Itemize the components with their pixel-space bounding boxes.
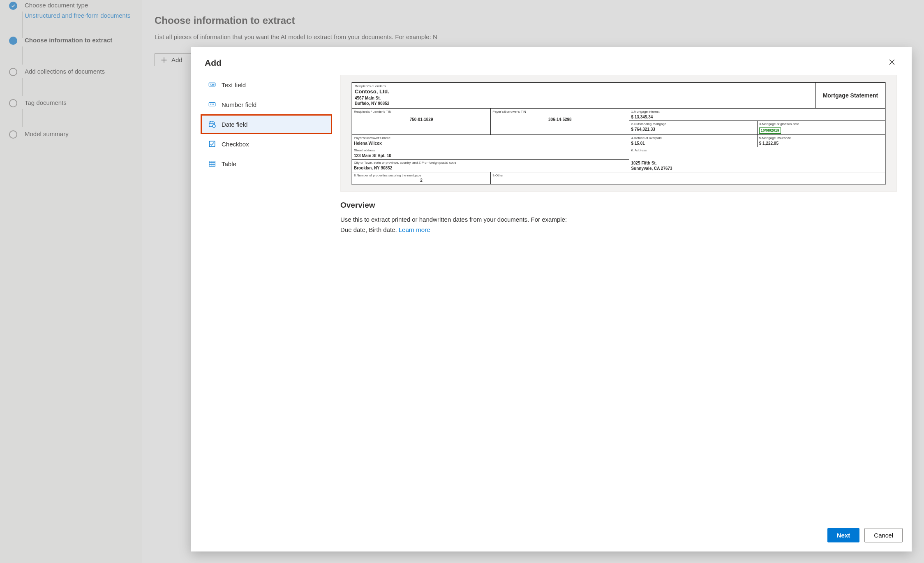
step-label[interactable]: Choose document type [25,2,131,9]
cancel-button[interactable]: Cancel [864,528,903,542]
svg-rect-6 [209,141,215,147]
document-preview: Recipient's / Lender's Contoso, Ltd. 456… [340,75,897,192]
add-button-label: Add [171,56,182,63]
table-icon [208,160,216,167]
add-field-modal: Add Abc Text field 123 Number field [191,47,912,551]
page-title: Choose information to extract [155,15,912,26]
circle-icon [9,99,17,107]
step-sublabel[interactable]: Unstructured and free-form documents [25,11,131,20]
doc-company: Contoso, Ltd. [355,88,813,95]
step-label[interactable]: Tag documents [25,99,67,106]
overview-heading: Overview [340,201,897,210]
close-button[interactable] [886,56,898,69]
doc-addr2: Buffalo, NY 90852 [355,101,813,106]
svg-rect-7 [209,161,215,167]
plus-icon [161,57,167,63]
field-type-label: Checkbox [222,141,249,148]
learn-more-link[interactable]: Learn more [399,226,430,233]
field-type-label: Number field [222,101,256,108]
svg-text:123: 123 [210,103,215,106]
checkbox-icon [208,140,216,148]
step-label[interactable]: Choose information to extract [25,37,112,44]
step-label[interactable]: Add collections of documents [25,68,105,75]
doc-addr1: 4567 Main St. [355,95,813,101]
field-type-label: Table [222,160,236,167]
next-button[interactable]: Next [827,528,860,542]
field-type-text[interactable]: Abc Text field [201,75,332,95]
add-button[interactable]: Add [155,53,191,66]
field-type-label: Date field [222,121,247,128]
page-description: List all pieces of information that you … [155,32,475,42]
step-model-summary[interactable]: Model summary [9,129,137,140]
svg-text:Abc: Abc [210,83,215,86]
field-type-list: Abc Text field 123 Number field Date fie… [201,75,332,517]
close-icon [889,59,895,65]
check-icon [9,2,17,10]
step-choose-information[interactable]: Choose information to extract [9,35,137,46]
step-choose-document-type[interactable]: Choose document type Unstructured and fr… [9,0,137,22]
date-field-icon [208,120,216,128]
text-field-icon: Abc [208,81,216,88]
dot-icon [9,37,17,45]
overview-text: Use this to extract printed or handwritt… [340,215,571,235]
doc-title: Mortgage Statement [815,82,885,108]
field-type-checkbox[interactable]: Checkbox [201,134,332,154]
highlighted-date: 10/08/2019 [759,127,781,134]
modal-title: Add [205,58,222,68]
step-add-collections[interactable]: Add collections of documents [9,66,137,78]
field-type-table[interactable]: Table [201,154,332,174]
field-type-label: Text field [222,81,246,88]
field-type-number[interactable]: 123 Number field [201,95,332,114]
number-field-icon: 123 [208,101,216,108]
step-label[interactable]: Model summary [25,130,69,137]
step-tag-documents[interactable]: Tag documents [9,97,137,109]
wizard-steps-sidebar: Choose document type Unstructured and fr… [0,0,142,563]
circle-icon [9,68,17,76]
doc-label: Recipient's / Lender's [355,84,813,88]
field-type-date[interactable]: Date field [201,114,332,134]
circle-icon [9,130,17,139]
